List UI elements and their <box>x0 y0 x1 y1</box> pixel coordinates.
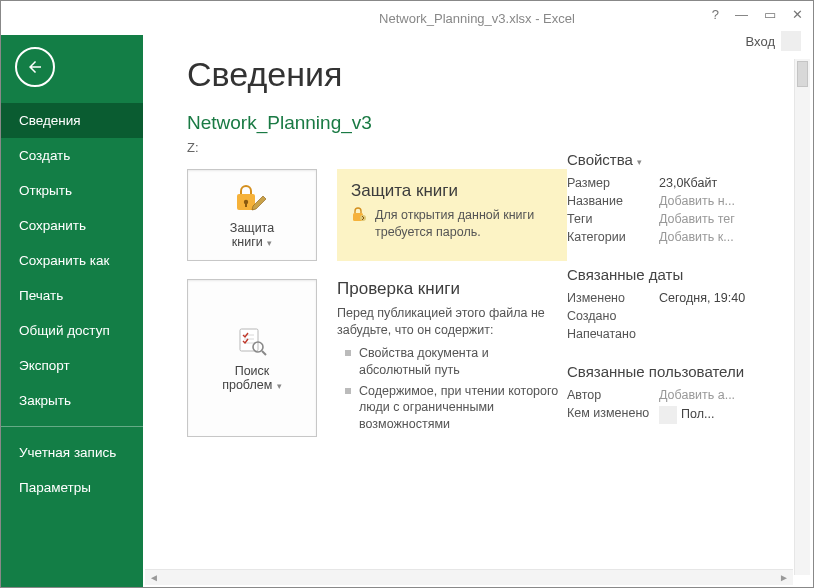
prop-tags[interactable]: ТегиДобавить тег <box>567 212 787 226</box>
minimize-icon[interactable]: — <box>735 7 748 22</box>
sidebar-item-info[interactable]: Сведения <box>1 103 143 138</box>
inspect-info-panel: Проверка книги Перед публикацией этого ф… <box>337 279 567 437</box>
help-icon[interactable]: ? <box>712 7 719 22</box>
inspect-document-button[interactable]: Поиск проблем ▾ <box>187 279 317 437</box>
sidebar-item-close[interactable]: Закрыть <box>1 383 143 418</box>
svg-rect-5 <box>240 329 258 351</box>
horizontal-scrollbar[interactable]: ◄ ► <box>145 569 793 585</box>
sidebar-item-print[interactable]: Печать <box>1 278 143 313</box>
protect-workbook-button[interactable]: Защита книги ▾ <box>187 169 317 261</box>
sidebar-item-export[interactable]: Экспорт <box>1 348 143 383</box>
scroll-left-icon[interactable]: ◄ <box>145 570 163 585</box>
title-bar: Network_Planning_v3.xlsx - Excel ? — ▭ ✕ <box>1 1 813 35</box>
svg-point-4 <box>360 215 366 221</box>
users-section: Связанные пользователи АвторДобавить а..… <box>567 363 787 424</box>
chevron-down-icon: ▾ <box>274 381 282 391</box>
chevron-down-icon: ▾ <box>635 157 643 167</box>
date-created: Создано <box>567 309 787 323</box>
sidebar-item-open[interactable]: Открыть <box>1 173 143 208</box>
inspect-item: Содержимое, при чтении которого люди с о… <box>341 383 563 434</box>
sidebar-item-save-as[interactable]: Сохранить как <box>1 243 143 278</box>
date-printed: Напечатано <box>567 327 787 341</box>
svg-rect-2 <box>245 203 247 207</box>
sidebar-item-account[interactable]: Учетная запись <box>1 435 143 470</box>
sidebar-item-new[interactable]: Создать <box>1 138 143 173</box>
inspect-intro: Перед публикацией этого файла не забудьт… <box>337 305 563 339</box>
author-row[interactable]: АвторДобавить а... <box>567 388 787 402</box>
lock-key-icon <box>235 181 269 217</box>
avatar-icon <box>659 406 677 424</box>
chevron-down-icon: ▾ <box>265 238 273 248</box>
sidebar-separator <box>1 426 143 427</box>
vertical-scrollbar[interactable] <box>794 59 810 575</box>
properties-heading[interactable]: Свойства ▾ <box>567 151 787 168</box>
date-modified: ИзмененоСегодня, 19:40 <box>567 291 787 305</box>
properties-section: Свойства ▾ Размер23,0Кбайт НазваниеДобав… <box>567 151 787 244</box>
maximize-icon[interactable]: ▭ <box>764 7 776 22</box>
protect-info-panel: Защита книги Для открытия данной книги т… <box>337 169 567 261</box>
prop-size: Размер23,0Кбайт <box>567 176 787 190</box>
prop-categories[interactable]: КатегорииДобавить к... <box>567 230 787 244</box>
inspect-item: Свойства документа и абсолютный путь <box>341 345 563 379</box>
protect-title: Защита книги <box>351 181 553 201</box>
scroll-right-icon[interactable]: ► <box>775 570 793 585</box>
users-heading: Связанные пользователи <box>567 363 787 380</box>
dates-section: Связанные даты ИзмененоСегодня, 19:40 Со… <box>567 266 787 341</box>
modified-by-row: Кем измененоПол... <box>567 406 787 424</box>
sidebar-item-options[interactable]: Параметры <box>1 470 143 505</box>
backstage-sidebar: Сведения Создать Открыть Сохранить Сохра… <box>1 35 143 587</box>
page-heading: Сведения <box>187 55 567 94</box>
document-title: Network_Planning_v3 <box>187 112 567 134</box>
sidebar-item-save[interactable]: Сохранить <box>1 208 143 243</box>
document-path: Z: <box>187 140 567 155</box>
sidebar-item-share[interactable]: Общий доступ <box>1 313 143 348</box>
arrow-left-icon <box>26 58 44 76</box>
prop-title[interactable]: НазваниеДобавить н... <box>567 194 787 208</box>
close-icon[interactable]: ✕ <box>792 7 803 22</box>
scrollbar-thumb[interactable] <box>797 61 808 87</box>
small-lock-icon <box>351 207 367 241</box>
dates-heading: Связанные даты <box>567 266 787 283</box>
window-title: Network_Planning_v3.xlsx - Excel <box>151 11 803 26</box>
back-button[interactable] <box>15 47 55 87</box>
inspect-title: Проверка книги <box>337 279 563 299</box>
checklist-magnifier-icon <box>236 324 268 360</box>
